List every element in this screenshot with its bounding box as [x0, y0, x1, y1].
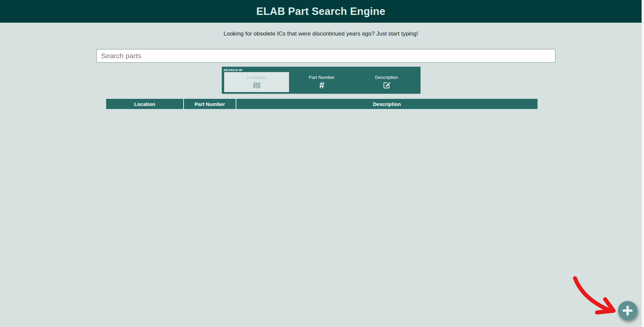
option-label: Part Number: [309, 75, 335, 80]
page-title: ELAB Part Search Engine: [256, 5, 385, 18]
add-part-button[interactable]: [618, 301, 637, 320]
search-in-label: SEARCH IN: [223, 68, 419, 72]
column-header-part-number: Part Number: [183, 99, 236, 109]
option-label: Locations: [247, 75, 266, 80]
intro-text: Looking for obsolete ICs that were disco…: [0, 30, 642, 37]
map-icon: [252, 81, 261, 90]
app-header: ELAB Part Search Engine: [0, 0, 642, 23]
search-in-option-locations[interactable]: Locations: [224, 72, 289, 92]
search-in-option-description[interactable]: Description: [354, 72, 419, 92]
search-in-option-part-number[interactable]: Part Number #: [289, 72, 354, 92]
vertical-scrollbar[interactable]: [642, 0, 644, 327]
option-label: Description: [375, 75, 398, 80]
plus-icon: [626, 306, 629, 315]
column-header-location: Location: [106, 99, 183, 109]
column-header-description: Description: [236, 99, 538, 109]
edit-icon: [382, 81, 391, 90]
results-table-header: Location Part Number Description: [106, 99, 538, 109]
search-in-options: Locations Part Number # Description: [223, 72, 419, 92]
search-input[interactable]: [96, 49, 555, 63]
hash-icon: #: [319, 81, 324, 90]
search-in-control: SEARCH IN Locations Part Number # Descri…: [222, 67, 421, 94]
